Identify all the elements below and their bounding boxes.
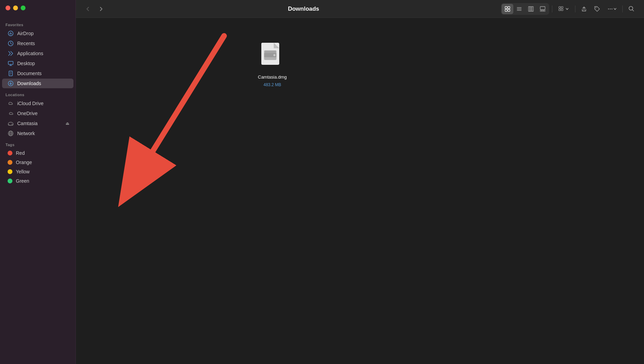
sidebar-item-airdrop-label: AirDrop (17, 31, 33, 36)
sidebar-item-documents-label: Documents (17, 71, 42, 76)
svg-point-28 (612, 8, 613, 9)
share-button[interactable] (578, 4, 590, 14)
onedrive-icon (8, 110, 14, 117)
svg-rect-21 (559, 7, 561, 8)
svg-rect-10 (505, 7, 507, 9)
sidebar-item-network[interactable]: Network (2, 129, 73, 138)
more-button[interactable] (604, 4, 620, 14)
sidebar-item-onedrive[interactable]: OneDrive (2, 109, 73, 118)
tags-label: Tags (0, 139, 76, 148)
maximize-button[interactable] (21, 6, 26, 10)
annotation-arrow (76, 18, 644, 364)
sidebar-item-recents-label: Recents (17, 41, 35, 46)
search-button[interactable] (625, 4, 637, 14)
tag-green-label: Green (16, 178, 29, 184)
sidebar-content: Favorites AirDrop Recents (0, 16, 76, 364)
tag-button[interactable] (591, 4, 603, 14)
svg-rect-20 (544, 10, 545, 11)
svg-rect-11 (508, 7, 510, 9)
main-area: Downloads (76, 0, 644, 364)
close-button[interactable] (6, 6, 10, 10)
svg-rect-19 (542, 10, 543, 11)
sidebar-item-tag-red[interactable]: Red (2, 149, 73, 158)
svg-rect-22 (559, 9, 561, 11)
icon-view-button[interactable] (502, 4, 513, 14)
svg-point-34 (273, 54, 275, 56)
svg-rect-16 (532, 7, 533, 11)
file-item-camtasia[interactable]: Camtasia.dmg 483.2 MB (255, 39, 290, 90)
separator-3 (622, 6, 623, 12)
green-tag-dot (8, 179, 12, 183)
recents-icon (8, 40, 14, 47)
sidebar-item-applications[interactable]: Applications (2, 49, 73, 58)
sidebar-item-desktop-label: Desktop (17, 61, 35, 66)
svg-rect-3 (8, 61, 13, 64)
airdrop-icon (8, 30, 14, 37)
file-size: 483.2 MB (263, 82, 281, 87)
svg-rect-13 (508, 9, 510, 11)
svg-rect-31 (261, 43, 274, 48)
sidebar: Favorites AirDrop Recents (0, 0, 76, 364)
svg-rect-15 (530, 7, 532, 11)
sidebar-item-desktop[interactable]: Desktop (2, 59, 73, 68)
minimize-button[interactable] (13, 6, 18, 10)
svg-point-6 (8, 122, 13, 125)
sidebar-item-tag-green[interactable]: Green (2, 176, 73, 185)
svg-point-7 (11, 124, 12, 124)
favorites-label: Favorites (0, 19, 76, 28)
svg-rect-35 (265, 51, 276, 53)
sidebar-item-onedrive-label: OneDrive (17, 111, 38, 116)
sidebar-item-camtasia-label: Camtasia (17, 121, 61, 126)
toolbar-actions (501, 3, 637, 15)
file-icon (259, 41, 286, 72)
sidebar-item-tag-yellow[interactable]: Yellow (2, 167, 73, 176)
yellow-tag-dot (8, 169, 12, 174)
sidebar-item-icloud-label: iCloud Drive (17, 101, 43, 106)
content-area[interactable]: Camtasia.dmg 483.2 MB (76, 18, 644, 364)
documents-icon (8, 70, 14, 77)
desktop-icon (8, 60, 14, 67)
applications-icon (8, 50, 14, 57)
locations-label: Locations (0, 89, 76, 98)
svg-point-27 (610, 8, 611, 9)
sidebar-item-icloud[interactable]: iCloud Drive (2, 99, 73, 108)
icloud-icon (8, 100, 14, 107)
separator-2 (575, 6, 575, 12)
orange-tag-dot (8, 160, 12, 165)
sidebar-item-tag-orange[interactable]: Orange (2, 158, 73, 167)
list-view-button[interactable] (513, 4, 525, 14)
svg-rect-23 (561, 7, 563, 8)
gallery-view-button[interactable] (537, 4, 549, 14)
group-button[interactable] (555, 4, 572, 14)
sidebar-item-downloads[interactable]: Downloads (2, 79, 73, 88)
window-controls (0, 0, 76, 16)
toolbar: Downloads (76, 0, 644, 18)
sidebar-item-airdrop[interactable]: AirDrop (2, 29, 73, 38)
sidebar-item-applications-label: Applications (17, 51, 43, 56)
drive-icon (8, 120, 14, 127)
separator-1 (552, 6, 552, 12)
tag-orange-label: Orange (16, 160, 32, 165)
svg-point-1 (10, 34, 11, 35)
svg-rect-17 (540, 7, 545, 10)
back-button[interactable] (83, 4, 93, 14)
svg-rect-24 (561, 9, 563, 11)
svg-point-26 (608, 8, 609, 9)
sidebar-item-documents[interactable]: Documents (2, 69, 73, 78)
downloads-icon (8, 80, 14, 87)
sidebar-item-downloads-label: Downloads (17, 81, 41, 86)
sidebar-item-camtasia[interactable]: Camtasia ⏏ (2, 119, 73, 128)
sidebar-item-recents[interactable]: Recents (2, 39, 73, 48)
network-icon (8, 130, 14, 136)
svg-rect-14 (529, 7, 530, 11)
tag-yellow-label: Yellow (16, 169, 30, 174)
forward-button[interactable] (96, 4, 106, 14)
tag-red-label: Red (16, 150, 25, 156)
file-name: Camtasia.dmg (258, 74, 287, 80)
svg-line-37 (141, 36, 224, 170)
eject-icon[interactable]: ⏏ (66, 121, 69, 126)
column-view-button[interactable] (525, 4, 537, 14)
view-group (501, 3, 549, 15)
svg-point-25 (595, 7, 596, 8)
sidebar-item-network-label: Network (17, 131, 35, 136)
